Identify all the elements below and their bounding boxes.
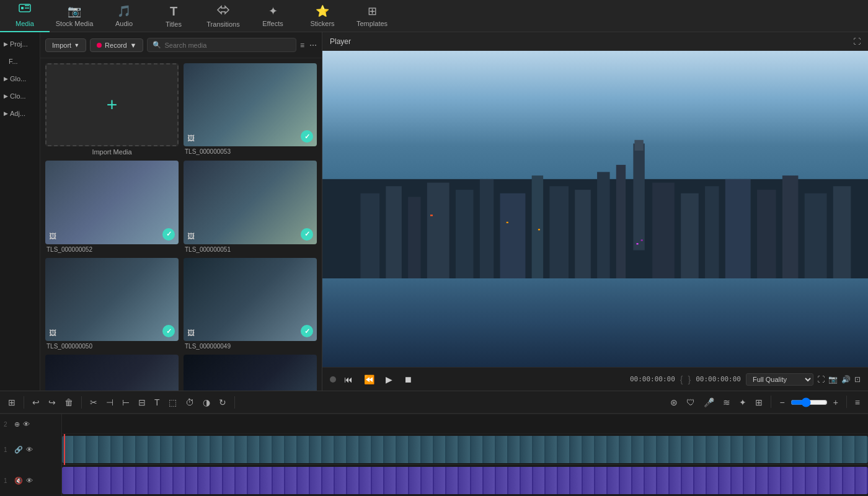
resize-icon[interactable]: ⊡ <box>854 375 861 384</box>
crop-left-button[interactable]: ⊣ <box>103 396 117 409</box>
nav-effects[interactable]: ✦ Effects <box>248 0 298 32</box>
media-item-tls51[interactable]: 🖼 ✓ TLS_000000051 <box>184 161 317 252</box>
nav-audio[interactable]: 🎵 Audio <box>99 0 149 32</box>
track-eye-icon[interactable]: 👁 <box>23 420 30 428</box>
media-label-tls50: TLS_000000050 <box>45 343 179 350</box>
media-item-import[interactable]: + Import Media <box>45 63 179 156</box>
mask-button[interactable]: ◑ <box>200 396 213 409</box>
media-item-tls52[interactable]: 🖼 ✓ TLS_000000052 <box>45 161 179 252</box>
crop-right-button[interactable]: ⊢ <box>119 396 133 409</box>
volume-icon[interactable]: 🔊 <box>841 375 851 384</box>
bracket-right-icon: } <box>688 374 691 384</box>
svg-rect-30 <box>430 215 433 216</box>
timeline-toolbar: ⊞ ↩ ↪ 🗑 ✂ ⊣ ⊢ ⊟ T ⬚ ⏱ ◑ ↻ ⊛ 🛡 🎤 ≋ ✦ ⊞ − … <box>0 391 868 414</box>
timer-button[interactable]: ⏱ <box>182 396 197 409</box>
sidebar-item-clo[interactable]: ▶ Clo... <box>0 87 40 105</box>
zoom-in-button[interactable]: + <box>830 396 841 409</box>
track-lock-icon[interactable]: 🔗 <box>14 446 23 454</box>
track-3: 1 🔇 👁 <box>0 465 868 496</box>
progress-dot[interactable] <box>330 376 336 383</box>
redo-button[interactable]: ↪ <box>45 396 59 409</box>
track-header-3: 1 🔇 👁 <box>0 465 62 496</box>
sidebar-item-glo[interactable]: ▶ Glo... <box>0 70 40 87</box>
record-button[interactable]: Record ▼ <box>90 38 143 52</box>
svg-rect-28 <box>641 239 643 241</box>
snap-button[interactable]: ⊛ <box>667 396 681 409</box>
player-header: Player ⛶ <box>322 32 868 51</box>
group-button[interactable]: ⊟ <box>135 396 149 409</box>
import-button[interactable]: Import ▼ <box>45 38 86 52</box>
delete-button[interactable]: 🗑 <box>61 396 76 409</box>
play-button[interactable]: ▶ <box>383 373 396 386</box>
track-add-icon[interactable]: ⊕ <box>14 420 20 428</box>
ai-button[interactable]: ✦ <box>736 396 750 409</box>
split-button[interactable]: ⊞ <box>752 396 766 409</box>
fullscreen-icon[interactable]: ⛶ <box>817 375 825 384</box>
sidebar-item-adj[interactable]: ▶ Adj... <box>0 105 40 122</box>
timeline-area: 00:00 00:00:30:00 00:01:00:00 00:01:30:0… <box>0 414 868 496</box>
water-reflection <box>322 278 868 367</box>
search-input[interactable] <box>164 42 291 49</box>
track-body-3[interactable] <box>62 465 868 496</box>
more-icon[interactable]: ⋯ <box>309 41 317 50</box>
media-item-tls50[interactable]: 🖼 ✓ TLS_000000050 <box>45 258 179 350</box>
import-placeholder[interactable]: + <box>45 63 179 146</box>
media-thumb-tls50: 🖼 ✓ <box>45 258 179 341</box>
video-clip[interactable] <box>62 436 868 463</box>
nav-templates[interactable]: ⊞ Templates <box>347 0 397 32</box>
check-badge: ✓ <box>301 130 313 143</box>
nav-titles[interactable]: T Titles <box>149 0 198 32</box>
filter-icon[interactable]: ≡ <box>300 41 304 50</box>
cut-button[interactable]: ✂ <box>87 396 100 409</box>
svg-rect-10 <box>427 182 450 278</box>
track-mute-icon[interactable]: 🔇 <box>14 477 23 485</box>
chevron-icon-4: ▶ <box>4 110 8 117</box>
import-arrow-icon: ▼ <box>74 42 79 48</box>
add-track-button[interactable]: ⊞ <box>5 396 19 409</box>
rotate-button[interactable]: ↻ <box>216 396 229 409</box>
toolbar-icons: ≡ ⋯ <box>300 41 317 50</box>
media-toolbar: Import ▼ Record ▼ 🔍 ≡ ⋯ <box>40 32 322 58</box>
track-header-1: 2 ⊕ 👁 <box>0 414 62 434</box>
nav-transitions[interactable]: Transitions <box>198 0 248 32</box>
check-badge-2: ✓ <box>162 228 175 241</box>
player-expand-icon[interactable]: ⛶ <box>853 37 861 46</box>
track-visibility-icon[interactable]: 👁 <box>26 446 33 453</box>
audio-icon: 🎵 <box>117 4 131 18</box>
nav-stock-media[interactable]: 📷 Stock Media <box>50 0 99 32</box>
snapshot-icon[interactable]: 📷 <box>828 375 838 384</box>
nav-media[interactable]: Media <box>0 0 50 32</box>
media-item-tls2086[interactable]: 🖼 ✓ TLS_0002086 <box>184 355 317 391</box>
search-box[interactable]: 🔍 <box>147 38 296 52</box>
audio-track-button[interactable]: ≋ <box>720 396 733 409</box>
skip-back-button[interactable]: ⏮ <box>341 373 356 386</box>
stop-button[interactable]: ⏹ <box>401 373 415 386</box>
media-item-tls53[interactable]: 🖼 ✓ TLS_000000053 <box>184 63 317 156</box>
undo-button[interactable]: ↩ <box>29 396 43 409</box>
nav-stock-label: Stock Media <box>56 20 94 27</box>
play-frame-back-button[interactable]: ⏪ <box>361 373 378 386</box>
sidebar: ▶ Proj... F... ▶ Glo... ▶ Clo... ▶ Ad <box>0 32 40 391</box>
media-item-tls48[interactable]: 🖼 ✓ TLS_000000048 <box>45 355 179 391</box>
media-grid: + Import Media 🖼 ✓ TLS_000000053 <box>40 58 322 391</box>
sidebar-item-f[interactable]: F... <box>0 53 40 70</box>
storyboard-button[interactable]: ≡ <box>852 396 863 409</box>
svg-rect-23 <box>757 190 776 278</box>
quality-select[interactable]: Full Quality Half Quality Quarter Qualit… <box>746 373 813 386</box>
track-body-2[interactable] <box>62 434 868 465</box>
stickers-icon: ⭐ <box>316 4 329 18</box>
audio-clip[interactable] <box>62 467 868 494</box>
media-item-tls49[interactable]: 🖼 ✓ TLS_000000049 <box>184 258 317 350</box>
templates-icon: ⊞ <box>368 4 377 18</box>
text-button[interactable]: T <box>151 396 163 409</box>
track-eye-icon-3[interactable]: 👁 <box>26 477 33 484</box>
sidebar-item-proj[interactable]: ▶ Proj... <box>0 35 40 53</box>
transform-button[interactable]: ⬚ <box>166 396 180 409</box>
zoom-slider[interactable] <box>790 396 828 409</box>
mic-button[interactable]: 🎤 <box>701 396 717 409</box>
nav-stickers[interactable]: ⭐ Stickers <box>298 0 347 32</box>
zoom-out-button[interactable]: − <box>776 396 787 409</box>
media-icon <box>19 4 31 18</box>
shield-button[interactable]: 🛡 <box>683 396 698 409</box>
image-icon-4: 🖼 <box>49 329 56 337</box>
